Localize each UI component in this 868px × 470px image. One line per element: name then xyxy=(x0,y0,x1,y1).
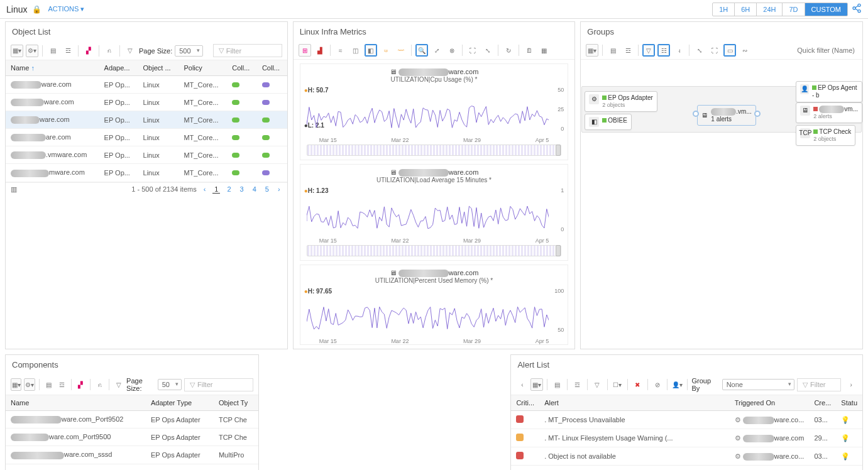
pager-prev[interactable]: ‹ xyxy=(202,185,208,193)
cal-icon[interactable]: ▦ xyxy=(538,44,551,57)
table-row[interactable]: ware.comEP Op...LinuxMT_Core... xyxy=(6,111,287,129)
trend-icon[interactable]: ≈ xyxy=(334,44,347,57)
action-icon[interactable]: ⎌ xyxy=(94,378,105,391)
dashboard-nav-icon[interactable]: ▦▾ xyxy=(11,45,23,57)
collapse-icon[interactable]: ⤡ xyxy=(481,44,494,57)
suspend-icon[interactable]: ⊘ xyxy=(651,378,663,391)
col-name[interactable]: Name xyxy=(6,395,146,411)
range-custom[interactable]: CUSTOM xyxy=(805,3,847,16)
node-epops-adapter[interactable]: ⚙EP Ops Adapter2 objects xyxy=(585,91,657,112)
range-24h[interactable]: 24H xyxy=(757,3,783,16)
link-icon[interactable]: ∾ xyxy=(739,44,751,57)
col-crit[interactable]: Criti... xyxy=(511,395,539,411)
filter-icon[interactable]: ▽ xyxy=(113,378,124,391)
refresh-icon[interactable]: ↻ xyxy=(502,44,515,57)
detail-icon[interactable]: ▤ xyxy=(551,378,563,391)
col-name[interactable]: Name xyxy=(6,60,99,76)
zoom-icon[interactable]: 🔍 xyxy=(415,44,428,57)
actions-menu[interactable]: ACTIONS ▾ xyxy=(48,5,84,13)
perf-icon[interactable]: ☲ xyxy=(57,378,67,391)
groups-graph[interactable]: ⚙EP Ops Adapter2 objects ◧OBIEE 🖥 .vm...… xyxy=(581,60,862,349)
dashboard-nav-icon[interactable]: ▦▾ xyxy=(530,378,542,391)
range-7d[interactable]: 7D xyxy=(783,3,805,16)
table-row[interactable]: mware.comEP Op...LinuxMT_Core... xyxy=(6,164,287,182)
table-row[interactable]: . MT_Process Unavailable ⚙ ware.co... 27… xyxy=(511,466,862,470)
share-icon[interactable] xyxy=(852,3,862,15)
table-row[interactable]: are.comEP Op...LinuxMT_Core... xyxy=(6,129,287,146)
col-coll2[interactable]: Coll... xyxy=(257,60,287,76)
table-row[interactable]: . MT- Linux Filesystem Usage Warning (..… xyxy=(511,429,862,447)
pager-2[interactable]: 2 xyxy=(225,185,233,193)
expand-icon[interactable]: ⤡ xyxy=(693,44,706,57)
anomaly-icon[interactable]: ◫ xyxy=(349,44,362,57)
table-row[interactable]: .vmware.comEP Op...LinuxMT_Core... xyxy=(6,146,287,164)
chart-icon[interactable]: ▞ xyxy=(82,45,95,57)
filter-input[interactable]: ▽Filter xyxy=(213,44,282,57)
detail-icon[interactable]: ▤ xyxy=(47,45,59,57)
node-obiee[interactable]: ◧OBIEE xyxy=(585,114,632,130)
pager-next[interactable]: › xyxy=(276,185,282,193)
quick-filter-input[interactable] xyxy=(788,44,857,57)
detail-icon[interactable]: ▤ xyxy=(43,378,54,391)
columns-icon[interactable]: ▥ xyxy=(11,185,17,194)
table-row[interactable]: ware.com_Port9500EP Ops AdapterTCP Che xyxy=(6,429,258,446)
table-row[interactable]: ware.comEP Op...LinuxMT_Core... xyxy=(6,76,287,94)
reset-icon[interactable]: ⊗ xyxy=(446,44,458,57)
gear-icon[interactable]: ⚙▾ xyxy=(26,45,38,57)
col-trig[interactable]: Triggered On xyxy=(730,395,810,411)
cancel-icon[interactable]: ✖ xyxy=(631,378,643,391)
stack-icon[interactable]: ▟ xyxy=(314,44,326,57)
action-run-icon[interactable]: ⎌ xyxy=(103,45,116,57)
detail-icon[interactable]: ▤ xyxy=(607,44,619,57)
table-row[interactable]: ware.comEP Op...LinuxMT_Core... xyxy=(6,94,287,111)
highlight-icon[interactable]: ▭ xyxy=(723,44,736,57)
dashboard-nav-icon[interactable]: ▦▾ xyxy=(586,44,598,57)
col-cre[interactable]: Cre... xyxy=(809,395,836,411)
split-icon[interactable]: ⊞ xyxy=(299,44,311,57)
col-policy[interactable]: Policy xyxy=(179,60,227,76)
assign-icon[interactable]: ☐▾ xyxy=(611,378,623,391)
expand-icon[interactable]: ⛶ xyxy=(466,44,479,57)
user-icon[interactable]: 👤▾ xyxy=(671,378,683,391)
wave-icon[interactable]: 〰 xyxy=(395,44,407,57)
pager-4[interactable]: 4 xyxy=(251,185,258,193)
filter-input[interactable]: ▽Filter xyxy=(184,378,253,391)
node-epops-agent[interactable]: 👤EP Ops Agent - b xyxy=(796,81,862,102)
perf-icon[interactable]: ☲ xyxy=(571,378,583,391)
fit-icon[interactable]: ⛶ xyxy=(708,44,721,57)
col-alert[interactable]: Alert xyxy=(539,395,730,411)
col-coll1[interactable]: Coll... xyxy=(227,60,257,76)
alert-link[interactable]: . Object is not available xyxy=(539,447,730,466)
page-size-select[interactable]: 500 xyxy=(175,45,202,57)
zoomout-icon[interactable]: ⤢ xyxy=(431,44,443,57)
alert-link[interactable]: . MT_Process Unavailable xyxy=(539,411,730,429)
node-tcp-check[interactable]: TCPTCP Check2 objects xyxy=(796,125,855,146)
table-row[interactable]: ware.com_Port9502EP Ops AdapterTCP Che xyxy=(6,411,258,429)
hier-icon[interactable]: ⫞ xyxy=(673,44,685,57)
dashboard-nav-icon[interactable]: ▦▾ xyxy=(11,378,21,391)
perf-icon[interactable]: ☲ xyxy=(62,45,74,57)
time-range-scrubber[interactable] xyxy=(307,145,562,156)
filter-icon[interactable]: ▽ xyxy=(124,45,136,57)
dt-icon[interactable]: ◧ xyxy=(365,44,377,57)
alert-link[interactable]: . MT- Linux Filesystem Usage Warning (..… xyxy=(539,429,730,447)
node-center-host[interactable]: 🖥 .vm...1 alerts xyxy=(697,105,755,126)
filter-icon[interactable]: ▽ xyxy=(591,378,603,391)
col-object[interactable]: Object ... xyxy=(138,60,179,76)
prev-icon[interactable]: ‹ xyxy=(516,378,528,391)
filter-icon[interactable]: ▽ xyxy=(642,44,655,57)
gear-icon[interactable]: ⚙▾ xyxy=(24,378,35,391)
page-size-select[interactable]: 50 xyxy=(158,379,182,390)
table-row[interactable]: . Object is not available ⚙ ware.co... 0… xyxy=(511,447,862,466)
chart-icon[interactable]: ▞ xyxy=(75,378,86,391)
range-6h[interactable]: 6H xyxy=(735,3,757,16)
pager-3[interactable]: 3 xyxy=(238,185,246,193)
time-range-scrubber[interactable] xyxy=(307,245,562,256)
col-adapter[interactable]: Adapter Type xyxy=(146,395,214,411)
group-by-select[interactable]: None xyxy=(722,379,794,390)
line-icon[interactable]: ⎃ xyxy=(380,44,392,57)
col-objtype[interactable]: Object Ty xyxy=(214,395,258,411)
node-host-alerts[interactable]: 🖥vm...2 alerts xyxy=(796,102,862,123)
perf-icon[interactable]: ☲ xyxy=(622,44,634,57)
alert-link[interactable]: . MT_Process Unavailable xyxy=(539,466,730,470)
